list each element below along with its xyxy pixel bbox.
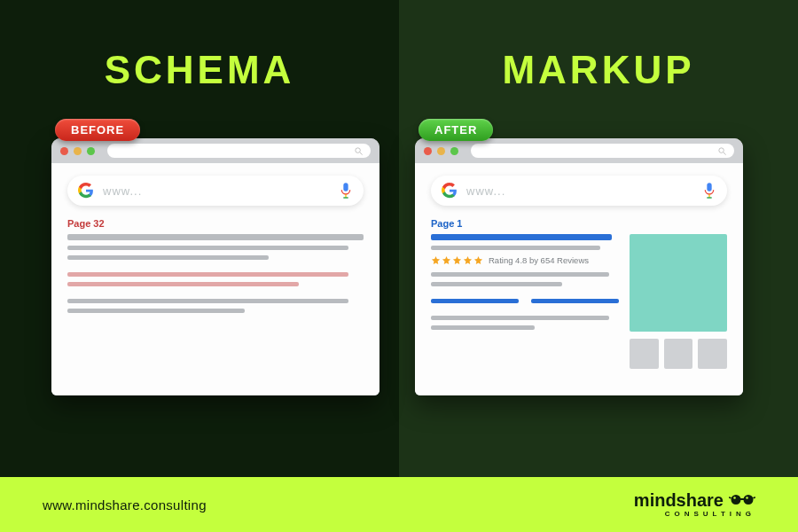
rating-row: Rating 4.8 by 654 Reviews — [431, 255, 619, 265]
result-line-highlighted — [67, 272, 348, 277]
result-line-highlighted — [67, 282, 299, 286]
address-bar — [471, 144, 734, 158]
svg-rect-12 — [740, 498, 745, 500]
svg-line-1 — [360, 152, 363, 154]
brand-subtitle: CONSULTING — [665, 511, 755, 518]
svg-line-6 — [724, 152, 726, 154]
knowledge-panel-thumb — [630, 339, 659, 369]
footer-bar: www.mindshare.consulting mindshare CONSU… — [0, 477, 798, 532]
before-badge: BEFORE — [55, 119, 140, 141]
sitelink — [431, 299, 519, 303]
page-number-label: Page 32 — [67, 218, 364, 229]
serp-results-column: Rating 4.8 by 654 Reviews — [431, 234, 619, 369]
title-row: SCHEMA MARKUP — [0, 48, 798, 92]
page-content-before: www... Page 32 — [51, 163, 379, 395]
mic-icon — [339, 182, 353, 200]
result-line — [431, 325, 535, 330]
titlebar — [415, 138, 743, 163]
footer-url: www.mindshare.consulting — [43, 497, 207, 512]
after-badge: AFTER — [419, 119, 493, 141]
serp-before: Page 32 — [67, 218, 364, 313]
page-number-label: Page 1 — [431, 218, 727, 229]
google-search-bar: www... — [431, 176, 727, 206]
page-content-after: www... Page 1 — [415, 163, 743, 395]
knowledge-panel-thumb — [664, 339, 693, 369]
svg-point-14 — [746, 497, 748, 499]
browser-before: www... Page 32 — [51, 138, 379, 395]
infographic-canvas: SCHEMA MARKUP BEFORE AFTER www... — [0, 0, 798, 532]
result-line — [431, 316, 609, 320]
knowledge-panel-image — [630, 234, 727, 332]
result-line — [431, 272, 609, 277]
title-word-left: SCHEMA — [105, 48, 295, 91]
result-line — [67, 246, 348, 250]
svg-point-0 — [356, 147, 361, 153]
result-line — [67, 299, 348, 303]
sitelink — [531, 299, 619, 303]
titlebar — [51, 138, 379, 163]
svg-rect-7 — [707, 183, 711, 191]
window-min-icon — [437, 147, 445, 155]
rating-text: Rating 4.8 by 654 Reviews — [489, 255, 589, 265]
search-placeholder: www... — [466, 184, 693, 198]
sunglasses-icon — [729, 491, 755, 509]
knowledge-panel — [630, 234, 727, 369]
knowledge-panel-thumb — [698, 339, 727, 369]
google-logo-icon — [442, 183, 458, 199]
svg-point-11 — [744, 495, 754, 505]
svg-point-10 — [732, 495, 741, 505]
google-search-bar: www... — [67, 176, 364, 206]
result-line — [67, 309, 245, 313]
result-line — [431, 246, 600, 250]
window-max-icon — [87, 147, 95, 155]
main-split: SCHEMA MARKUP BEFORE AFTER www... — [0, 0, 798, 477]
star-rating-icon — [431, 255, 483, 265]
svg-point-5 — [719, 147, 724, 153]
window-max-icon — [450, 147, 458, 155]
serp-after: Rating 4.8 by 654 Reviews — [431, 234, 727, 369]
title-word-right: MARKUP — [502, 48, 694, 91]
window-close-icon — [424, 147, 432, 155]
mic-icon — [702, 182, 716, 200]
window-close-icon — [60, 147, 68, 155]
result-line — [67, 255, 269, 260]
search-icon — [354, 146, 364, 156]
brand-name: mindshare — [634, 491, 724, 509]
address-bar — [107, 144, 371, 158]
result-line — [431, 282, 562, 286]
result-title-line — [431, 234, 612, 240]
svg-point-13 — [733, 497, 736, 499]
result-line — [67, 234, 364, 240]
window-min-icon — [74, 147, 82, 155]
search-placeholder: www... — [103, 184, 330, 198]
svg-rect-2 — [343, 183, 348, 191]
google-logo-icon — [78, 183, 94, 199]
search-icon — [717, 146, 727, 156]
browser-after: www... Page 1 — [415, 138, 743, 395]
brand-logo: mindshare CONSULTING — [634, 491, 755, 518]
